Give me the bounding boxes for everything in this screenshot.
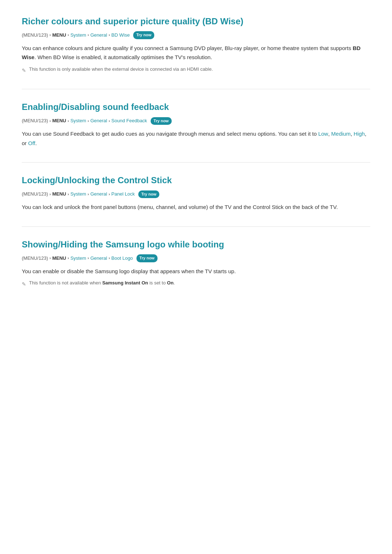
note-text-boot-logo: This function is not available when Sams… — [29, 279, 175, 287]
breadcrumb-system: System — [70, 190, 86, 198]
try-now-badge-control-stick[interactable]: Try now — [138, 190, 159, 198]
separator-icon: › — [68, 255, 69, 262]
try-now-badge-sound-feedback[interactable]: Try now — [151, 117, 172, 125]
pencil-icon: ✎ — [22, 280, 26, 288]
separator-icon: › — [87, 191, 89, 198]
separator-icon: › — [49, 32, 51, 38]
pencil-icon: ✎ — [22, 66, 26, 74]
breadcrumb-prefix: (MENU/123) — [22, 255, 48, 262]
highlight-high: High — [354, 131, 365, 137]
try-now-badge-boot-logo[interactable]: Try now — [136, 254, 158, 262]
breadcrumb-general: General — [90, 255, 107, 262]
separator-icon: › — [68, 191, 69, 198]
section-sound-feedback: Enabling/Disabling sound feedback (MENU/… — [22, 100, 370, 148]
note-bd-wise: ✎ This function is only available when t… — [22, 66, 370, 74]
highlight-samsung-instant-on: Samsung Instant On — [102, 280, 148, 286]
breadcrumb-system: System — [70, 255, 86, 262]
breadcrumb-prefix: (MENU/123) — [22, 190, 48, 198]
section-body-control-stick: You can lock and unlock the front panel … — [22, 202, 370, 212]
breadcrumb-boot-logo: (MENU/123) › MENU › System › General › B… — [22, 254, 370, 262]
breadcrumb-prefix: (MENU/123) — [22, 32, 48, 39]
breadcrumb-general: General — [90, 32, 107, 39]
separator-icon: › — [87, 255, 89, 262]
breadcrumb-sound-feedback: (MENU/123) › MENU › System › General › S… — [22, 117, 370, 125]
separator-icon: › — [109, 255, 110, 262]
separator-icon: › — [68, 118, 69, 124]
breadcrumb-menu: MENU — [52, 190, 66, 198]
note-text-bd-wise: This function is only available when the… — [29, 66, 213, 73]
highlight-low: Low — [318, 131, 328, 137]
breadcrumb-menu: MENU — [52, 117, 66, 125]
section-title-control-stick: Locking/Unlocking the Control Stick — [22, 173, 370, 187]
divider-1 — [22, 89, 370, 89]
breadcrumb-menu: MENU — [52, 255, 66, 262]
breadcrumb-prefix: (MENU/123) — [22, 117, 48, 125]
highlight-off: Off — [28, 140, 36, 146]
breadcrumb-general: General — [90, 190, 107, 198]
section-body-boot-logo: You can enable or disable the Samsung lo… — [22, 267, 370, 276]
breadcrumb-menu: MENU — [52, 32, 66, 39]
separator-icon: › — [87, 118, 89, 124]
breadcrumb-panel-lock: Panel Lock — [111, 190, 135, 198]
separator-icon: › — [109, 32, 110, 38]
divider-2 — [22, 162, 370, 163]
section-title-bd-wise: Richer colours and superior picture qual… — [22, 15, 370, 28]
breadcrumb-sound-feedback: Sound Feedback — [111, 117, 147, 125]
section-boot-logo: Showing/Hiding the Samsung logo while bo… — [22, 238, 370, 288]
separator-icon: › — [49, 255, 51, 262]
separator-icon: › — [87, 32, 89, 38]
breadcrumb-control-stick: (MENU/123) › MENU › System › General › P… — [22, 190, 370, 198]
section-body-bd-wise: You can enhance colours and picture qual… — [22, 44, 370, 62]
section-bd-wise: Richer colours and superior picture qual… — [22, 15, 370, 74]
highlight-bd-wise: BD Wise — [22, 45, 360, 61]
breadcrumb-system: System — [70, 32, 86, 39]
breadcrumb-general: General — [90, 117, 107, 125]
divider-3 — [22, 226, 370, 227]
try-now-badge-bd-wise[interactable]: Try now — [133, 31, 154, 39]
section-title-boot-logo: Showing/Hiding the Samsung logo while bo… — [22, 238, 370, 251]
highlight-on: On — [167, 280, 173, 286]
section-body-sound-feedback: You can use Sound Feedback to get audio … — [22, 129, 370, 148]
separator-icon: › — [109, 191, 110, 198]
breadcrumb-boot-logo: Boot Logo — [111, 255, 133, 262]
note-boot-logo: ✎ This function is not available when Sa… — [22, 279, 370, 288]
section-control-stick: Locking/Unlocking the Control Stick (MEN… — [22, 173, 370, 212]
separator-icon: › — [49, 191, 51, 198]
separator-icon: › — [109, 118, 110, 124]
highlight-medium: Medium — [331, 131, 351, 137]
breadcrumb-bd-wise: (MENU/123) › MENU › System › General › B… — [22, 31, 370, 39]
section-title-sound-feedback: Enabling/Disabling sound feedback — [22, 100, 370, 114]
separator-icon: › — [68, 32, 69, 38]
breadcrumb-bd-wise: BD Wise — [111, 32, 130, 39]
breadcrumb-system: System — [70, 117, 86, 125]
separator-icon: › — [49, 118, 51, 124]
